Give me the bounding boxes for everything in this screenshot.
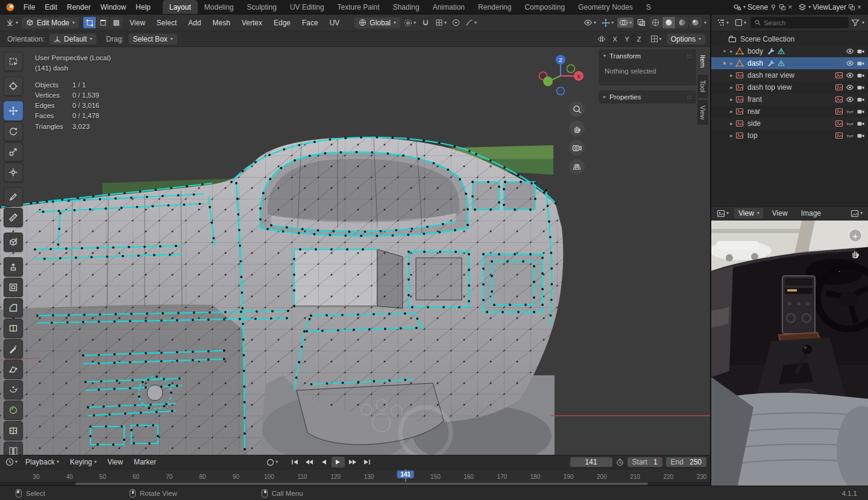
expand-chevron-icon[interactable]: ▸ (728, 60, 735, 66)
viewport-menu-uv[interactable]: UV (325, 14, 345, 31)
image-menu-image[interactable]: Image (796, 207, 826, 220)
expand-chevron-icon[interactable]: ▸ (728, 108, 735, 114)
tool-knife[interactable] (4, 339, 23, 358)
viewlayer-selector[interactable]: ▾ ViewLayer × (795, 3, 864, 11)
solid-shading-button[interactable] (662, 17, 676, 28)
workspace-tab-shading[interactable]: Shading (386, 0, 426, 14)
render-camera-icon[interactable] (857, 83, 865, 92)
expand-chevron-icon[interactable]: ▸ (728, 84, 735, 90)
outliner-row-dash-rear-view[interactable]: ▸dash rear view (711, 69, 868, 81)
viewport-3d[interactable]: User Perspective (Local) (141) dash Obje… (0, 47, 710, 455)
transform-panel-header[interactable]: ▾ Transform ∷ (599, 49, 696, 63)
tool-rip-region[interactable] (4, 442, 23, 455)
options-dropdown[interactable]: Options ▾ (667, 34, 705, 45)
visibility-eye-icon[interactable] (846, 59, 854, 67)
object-type-visibility-dropdown[interactable]: ▾ (582, 17, 598, 28)
menu-edit[interactable]: Edit (40, 0, 62, 14)
tab-item[interactable]: Item (697, 49, 708, 73)
timeline-scrollbar-thumb[interactable] (75, 483, 648, 485)
end-frame-field[interactable]: End250 (666, 457, 706, 467)
workspace-tab-layout[interactable]: Layout (163, 0, 198, 14)
outliner-search[interactable] (750, 17, 849, 28)
viewport-menu-add[interactable]: Add (183, 14, 206, 31)
render-camera-icon[interactable] (857, 47, 865, 55)
tool-extrude-region[interactable] (4, 257, 23, 277)
timeline-ruler[interactable]: 141 304050607080901001101201301501601701… (0, 469, 710, 482)
transform-orientation-dropdown[interactable]: Global ▾ (354, 17, 400, 28)
outliner-row-rear[interactable]: ▸rear (711, 105, 868, 117)
remove-viewlayer-icon[interactable]: × (857, 3, 861, 11)
pivot-point-dropdown[interactable]: ▾ (402, 17, 418, 28)
tab-view[interactable]: View (697, 100, 708, 125)
proportional-editing-button[interactable] (450, 17, 462, 28)
rendered-shading-button[interactable] (689, 17, 702, 28)
mirror-y-button[interactable]: Y (621, 34, 634, 45)
viewport-menu-vertex[interactable]: Vertex (237, 14, 267, 31)
workspace-tab-texture-paint[interactable]: Texture Paint (331, 0, 386, 14)
pin-icon[interactable] (770, 4, 777, 11)
tab-tool[interactable]: Tool (697, 75, 708, 98)
zoom-button[interactable] (569, 101, 585, 117)
timeline-editor-type-dropdown[interactable]: ▾ (4, 457, 19, 467)
workspace-tab-s[interactable]: S (640, 0, 658, 14)
outliner-row-frant[interactable]: ▸frant (711, 93, 868, 105)
tool-smooth[interactable] (4, 401, 23, 420)
vertex-select-mode-button[interactable] (83, 17, 96, 28)
outliner-display-mode-dropdown[interactable]: ▾ (733, 17, 748, 28)
expand-chevron-icon[interactable]: ▸ (728, 120, 735, 127)
filter-funnel-icon[interactable] (851, 19, 860, 27)
render-camera-icon[interactable] (857, 131, 865, 140)
workspace-tab-uv-editing[interactable]: UV Editing (283, 0, 331, 14)
orthographic-toggle-button[interactable] (569, 159, 585, 175)
auto-keying-button[interactable]: ▾ (265, 457, 280, 467)
visibility-eye-icon[interactable] (846, 83, 854, 92)
orientation-dropdown[interactable]: Default ▾ (49, 34, 96, 45)
outliner-row-side[interactable]: ▸side (711, 117, 868, 130)
play-button[interactable] (332, 457, 345, 467)
outliner-row-body[interactable]: ▸body (711, 45, 868, 57)
image-editor-type-dropdown[interactable]: ▾ (715, 208, 731, 219)
tool-measure[interactable] (4, 208, 23, 227)
viewport-menu-edge[interactable]: Edge (269, 14, 295, 31)
current-frame-field[interactable]: 141 (570, 457, 612, 467)
menu-file[interactable]: File (19, 0, 40, 14)
menu-render[interactable]: Render (62, 0, 95, 14)
next-keyframe-button[interactable] (346, 457, 359, 467)
jump-to-end-button[interactable] (360, 457, 374, 467)
duplicate-scene-icon[interactable] (779, 4, 786, 11)
snap-target-dropdown[interactable]: ▾ (433, 17, 448, 28)
snap-toggle-button[interactable] (420, 17, 432, 28)
image-menu-view[interactable]: View (767, 207, 793, 220)
duplicate-viewlayer-icon[interactable] (848, 4, 855, 11)
tool-scale[interactable] (4, 142, 23, 161)
previous-keyframe-button[interactable] (303, 457, 316, 467)
pan-hand-button[interactable] (569, 120, 585, 136)
tool-move[interactable] (4, 101, 23, 120)
mirror-z-button[interactable]: Z (634, 34, 646, 45)
blender-logo-icon[interactable] (5, 2, 15, 12)
viewport-menu-select[interactable]: Select (152, 14, 181, 31)
face-select-mode-button[interactable] (110, 17, 123, 28)
expand-chevron-icon[interactable]: ▸ (728, 48, 735, 54)
tool-bevel[interactable] (4, 298, 23, 317)
tool-cursor[interactable] (4, 77, 23, 96)
visibility-eye-icon[interactable] (846, 47, 854, 55)
timeline-menu-keying[interactable]: Keying ▾ (65, 455, 101, 469)
gizmos-dropdown[interactable]: ▾ (600, 17, 615, 28)
visibility-eye-icon[interactable] (846, 131, 854, 140)
tool-annotate[interactable] (4, 187, 23, 207)
render-camera-icon[interactable] (857, 59, 865, 67)
edge-select-mode-button[interactable] (96, 17, 110, 28)
image-datablock-selector[interactable]: ▾ (849, 208, 864, 219)
expand-chevron-icon[interactable]: ▸ (728, 96, 735, 102)
gizmo-x-axis[interactable]: X (577, 73, 580, 80)
visibility-eye-icon[interactable] (846, 107, 854, 116)
snap-base-dropdown[interactable]: ▾ (649, 34, 664, 44)
material-preview-button[interactable] (676, 17, 689, 28)
expand-chevron-icon[interactable]: ▸ (728, 133, 735, 139)
reference-image-view[interactable]: + (711, 220, 868, 486)
tool-spin[interactable] (4, 380, 23, 399)
timeline-menu-playback[interactable]: Playback ▾ (20, 455, 64, 469)
image-editor-mode-dropdown[interactable]: View ▾ (734, 208, 764, 219)
menu-help[interactable]: Help (131, 0, 156, 14)
